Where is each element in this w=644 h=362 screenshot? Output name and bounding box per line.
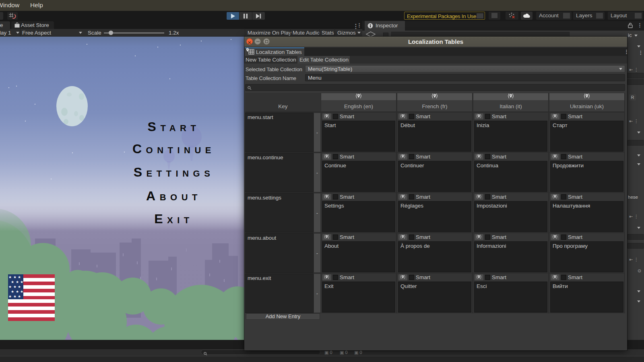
svg-text:★: ★ bbox=[20, 290, 23, 294]
svg-text:★: ★ bbox=[8, 275, 12, 279]
svg-text:★: ★ bbox=[13, 285, 17, 289]
svg-text:★: ★ bbox=[11, 290, 14, 294]
svg-text:★: ★ bbox=[11, 280, 14, 284]
svg-text:★: ★ bbox=[8, 294, 12, 298]
svg-text:★: ★ bbox=[13, 275, 17, 279]
svg-text:★: ★ bbox=[16, 280, 19, 284]
svg-text:★: ★ bbox=[18, 294, 21, 298]
svg-text:★: ★ bbox=[16, 290, 19, 294]
svg-text:★: ★ bbox=[13, 294, 17, 298]
svg-text:★: ★ bbox=[18, 285, 21, 289]
svg-text:★: ★ bbox=[20, 280, 23, 284]
svg-text:★: ★ bbox=[18, 275, 21, 279]
svg-text:★: ★ bbox=[8, 285, 12, 289]
